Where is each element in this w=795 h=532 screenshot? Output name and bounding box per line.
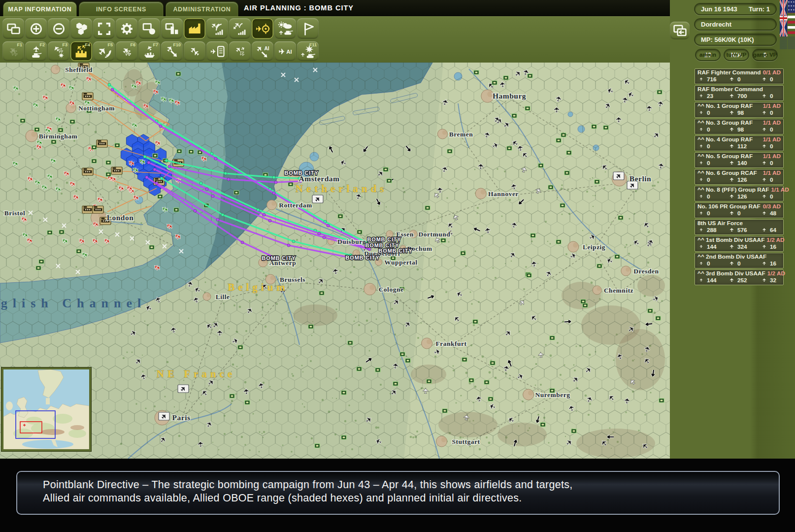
air-targets-button[interactable] [252,18,273,39]
command-name: ^^ No. 4 Group RAF [697,136,753,142]
region-label: Belgium [228,281,289,293]
recon-icon [761,210,768,217]
air-command-item[interactable]: ^^ 2nd Bomb Div USAAF0016 [695,253,784,268]
city-label: Cologne [379,286,404,293]
hex-grid [0,63,670,459]
city-label: Nottingham [78,104,115,112]
f5-recon-button[interactable]: F5 [93,41,115,61]
waypoint-dot [327,224,330,227]
recon-count: 32 [770,277,776,283]
jump-window-button[interactable] [670,22,690,39]
bomb-city-label: BOMB CITY [262,255,296,261]
fighter-count: 23 [707,93,713,99]
f3-bomb-airfield-button[interactable]: F3 [48,41,69,61]
hex-info-button[interactable] [70,18,92,39]
garrison-unit-icon [59,230,64,234]
waypoint-dot [147,161,150,164]
garrison-unit-icon [174,208,179,212]
air-command-item[interactable]: ^^ 3rd Bomb Div USAAF1/2 AD14425232 [695,269,784,285]
air-command-item[interactable]: RAF Fighter Command0/1 AD71600 [695,68,784,84]
bomber-icon [728,193,735,200]
garrison-unit-icon [288,182,293,186]
air-detection-button[interactable] [229,18,251,39]
city-label: Frankfurt [436,340,467,347]
tab-administration[interactable]: ADMINISTRATION [166,1,238,16]
bomber-icon [728,243,735,250]
air-command-item[interactable]: No. 106 PR Group RAF0/3 AD0048 [695,202,784,218]
show-factories-button[interactable] [184,18,205,39]
region-label: Netherlands [296,183,388,195]
map-viewport[interactable]: SheffieldNottinghamBirminghamBristolLond… [0,63,670,459]
bomber-icon [728,160,735,166]
svg-text:AI: AI [264,45,269,51]
garrison-unit-icon [581,299,586,303]
recon-icon [761,277,768,284]
air-command-item[interactable]: ^^ No. 8 (PFF) Group RAF1/1 AD01260 [695,186,784,201]
window-mode-button[interactable] [2,18,24,39]
waypoint-dot [199,182,202,185]
f11-ground-attack-button[interactable]: F11 [297,41,319,61]
ai-air-transfer-button[interactable]: AI [252,41,273,61]
air-command-item[interactable]: 8th US Air Force28857664 [695,219,784,235]
garrison-unit-icon [571,429,576,433]
garrison-unit-icon [106,161,111,165]
air-directive-count: 1/2 AD [767,270,785,276]
vp-label: game VP [752,52,778,58]
f6-air-transport-button[interactable]: F6 [116,41,137,61]
air-doctrines-button[interactable] [206,41,228,61]
bomber-icon [728,176,735,183]
air-command-item[interactable]: ^^ 1st Bomb Div USAAF1/2 AD14432416 [695,236,784,252]
tab-info-screens[interactable]: INFO SCREENS [79,1,164,16]
tab-map-information[interactable]: MAP INFORMATION [3,1,77,16]
waypoint-dot [143,155,146,158]
settings-button[interactable] [116,18,137,39]
garrison-unit-icon [474,70,479,74]
mini-map[interactable] [1,367,91,451]
f2-ground-support-button[interactable]: F2 [25,41,47,61]
command-name: ^^ No. 5 Group RAF [697,153,753,159]
garrison-unit-icon [76,249,81,253]
air-command-item[interactable]: RAF Bomber Command237000 [695,85,784,101]
f7-naval-patrol-button[interactable]: F7 [138,41,160,61]
f1-air-superiority-button[interactable]: F1 [2,41,24,61]
garrison-unit-icon [400,352,405,356]
garrison-unit-icon [550,336,555,340]
zoom-out-button[interactable] [48,18,69,39]
fighter-sweep-button[interactable] [184,41,205,61]
garrison-unit-icon [490,361,495,365]
show-units-button[interactable] [138,18,160,39]
sea-label: English Channel [0,296,146,310]
air-command-item[interactable]: ^^ No. 4 Group RAF1/1 AD01120 [695,135,784,151]
fighter-icon [697,277,705,284]
sidebar: Jun 16 1943 Turn: 1 Dordrecht MP: 56K/0K… [670,0,795,459]
fighter-icon [697,126,705,133]
garrison-unit-icon [447,149,452,153]
waypoint-dot [263,213,265,216]
escorts-button[interactable] [229,41,251,61]
waypoint-dot [165,159,168,162]
victory-locations-button[interactable] [297,18,319,39]
zoom-in-button[interactable] [25,18,47,39]
show-cities-button[interactable] [161,18,183,39]
bomber-count: 700 [737,93,747,99]
f4-bomb-city-button[interactable]: F4 [70,41,92,61]
map-canvas[interactable]: SheffieldNottinghamBirminghamBristolLond… [0,63,670,459]
air-command-item[interactable]: ^^ No. 6 Group RCAF1/1 AD01260 [695,169,784,185]
air-command-item[interactable]: ^^ No. 3 Group RAF1/1 AD0980 [695,119,784,134]
air-command-item[interactable]: ^^ No. 5 Group RAF1/1 AD01400 [695,152,784,168]
garrison-unit-icon [393,382,398,386]
hq-unit-counter [82,206,93,213]
fkey-label: F1 [17,42,22,47]
bomber-count: 140 [737,160,747,166]
radar-coverage-button[interactable] [206,18,228,39]
f10-air-transfer-button[interactable]: F10 [161,41,183,61]
garrison-unit-icon [34,128,39,132]
garrison-unit-icon [245,400,250,404]
fkey-label: F6 [130,42,135,47]
jump-select-button[interactable] [93,18,115,39]
air-command-item[interactable]: ^^ No. 1 Group RAF1/1 AD0980 [695,102,784,118]
weather-display-button[interactable] [274,18,296,39]
ai-air-planning-button[interactable]: AI [274,41,296,61]
air-group-counter [178,385,189,393]
bomber-count: 112 [737,143,747,149]
